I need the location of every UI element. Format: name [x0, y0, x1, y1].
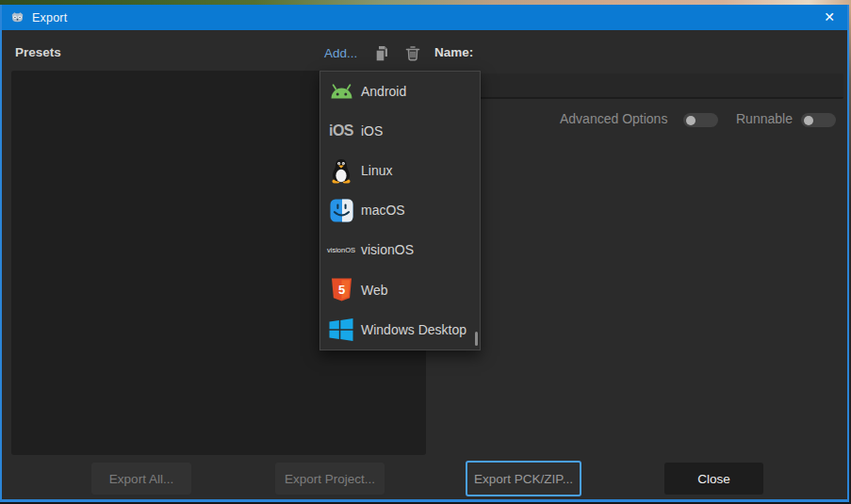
html5-icon: 5	[328, 277, 354, 303]
ios-icon: iOS	[328, 118, 354, 144]
export-pck-zip-button[interactable]: Export PCK/ZIP...	[466, 461, 581, 496]
add-preset-button[interactable]: Add...	[324, 46, 357, 60]
popup-scrollbar[interactable]	[475, 332, 478, 346]
export-all-button[interactable]: Export All...	[91, 463, 191, 495]
menu-item-label: Android	[361, 84, 406, 99]
preset-name-label: Name:	[434, 45, 473, 59]
delete-preset-icon[interactable]	[403, 44, 422, 63]
android-icon	[328, 78, 354, 105]
toggle-knob	[686, 116, 696, 125]
window-title: Export	[32, 11, 67, 24]
advanced-options-label: Advanced Options	[560, 111, 667, 126]
godot-icon	[9, 9, 25, 25]
close-button[interactable]: Close	[664, 463, 763, 495]
presets-header: Presets	[15, 45, 61, 59]
desktop-background: Export ✕ Presets Add...	[0, 0, 851, 504]
macos-finder-icon	[328, 197, 354, 223]
linux-tux-icon	[328, 157, 354, 184]
export-project-button[interactable]: Export Project...	[275, 463, 385, 495]
menu-item-label: Web	[361, 283, 388, 298]
duplicate-preset-icon[interactable]	[372, 44, 391, 63]
visionos-icon: visionOS	[328, 236, 354, 263]
export-dialog-window: Export ✕ Presets Add...	[0, 5, 849, 502]
menu-item-label: Linux	[361, 163, 392, 178]
menu-item-label: iOS	[361, 123, 383, 138]
runnable-toggle[interactable]	[801, 113, 836, 127]
svg-text:5: 5	[337, 283, 344, 297]
toggle-knob	[804, 116, 813, 125]
add-preset-platform-menu: Android iOS iOS	[319, 71, 481, 350]
menu-item-macos[interactable]: macOS	[320, 190, 480, 230]
advanced-options-toggle[interactable]	[683, 113, 718, 127]
close-icon[interactable]: ✕	[824, 8, 835, 25]
titlebar[interactable]: Export ✕	[2, 5, 847, 30]
menu-item-ios[interactable]: iOS iOS	[320, 111, 480, 151]
menu-item-visionos[interactable]: visionOS visionOS	[320, 230, 480, 269]
windows-icon	[328, 317, 354, 343]
preset-name-input[interactable]	[434, 73, 843, 99]
export-dialog-body: Presets Add... Name:	[2, 30, 847, 499]
menu-item-label: macOS	[361, 203, 405, 218]
menu-item-label: Windows Desktop	[361, 322, 466, 337]
menu-item-android[interactable]: Android	[320, 72, 480, 111]
runnable-label: Runnable	[736, 111, 793, 126]
menu-item-web[interactable]: 5 Web	[320, 269, 480, 309]
menu-item-label: visionOS	[361, 242, 414, 257]
menu-item-linux[interactable]: Linux	[320, 151, 480, 190]
menu-item-windows-desktop[interactable]: Windows Desktop	[320, 310, 480, 350]
